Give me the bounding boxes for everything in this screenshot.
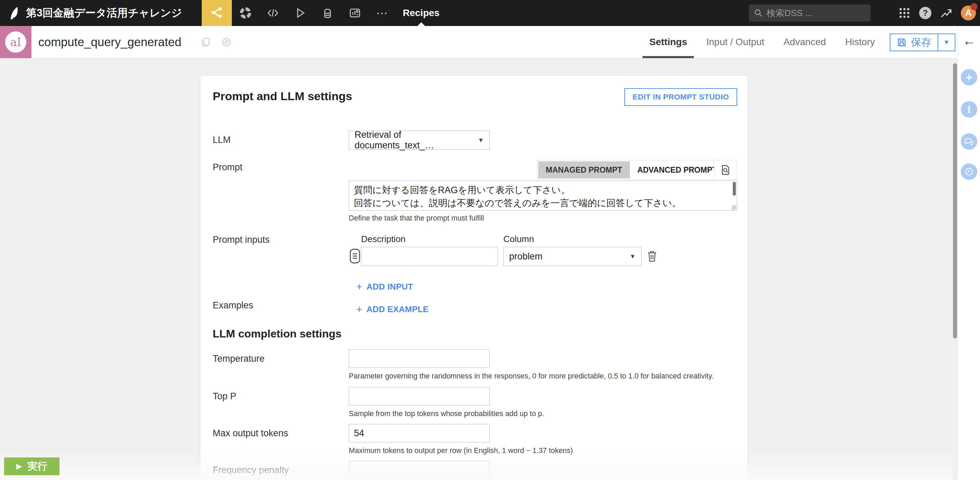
dashboard-icon[interactable]: [341, 0, 369, 26]
top-nav-icons: ⋯: [232, 0, 396, 26]
recipe-tabs: Settings Input / Output Advanced History: [649, 26, 875, 58]
temperature-helper: Parameter governing the randomness in th…: [349, 372, 714, 380]
copy-icon[interactable]: [200, 37, 211, 48]
max-tokens-input[interactable]: [349, 424, 490, 442]
more-icon[interactable]: ⋯: [369, 0, 396, 26]
recipe-name: compute_query_generated: [38, 26, 181, 58]
chevron-down-icon: ▼: [478, 137, 484, 144]
app-root: 第3回金融データ活用チャレンジ: [0, 0, 980, 480]
completion-settings-title: LLM completion settings: [213, 327, 342, 340]
prompt-textarea[interactable]: [349, 181, 737, 211]
flow-nav-tile[interactable]: [202, 0, 232, 26]
llm-select[interactable]: Retrieval of documents_text_… ▼: [349, 130, 490, 150]
tab-advanced[interactable]: Advanced: [783, 26, 826, 58]
tab-settings[interactable]: Settings: [649, 26, 687, 58]
prompt-helper-text: Define the task that the prompt must ful…: [349, 214, 484, 223]
plus-icon: +: [356, 281, 363, 292]
code-icon[interactable]: [259, 0, 286, 26]
column-select-value: problem: [509, 251, 542, 262]
rail-discussions-icon[interactable]: [961, 134, 977, 150]
active-page-arrow: [417, 22, 425, 26]
search-input[interactable]: [767, 8, 866, 19]
textarea-resize-handle[interactable]: [732, 205, 736, 210]
frequency-penalty-input[interactable]: [349, 461, 490, 479]
top-navbar: 第3回金融データ活用チャレンジ: [0, 0, 980, 26]
top-p-helper: Sample from the top tokens whose probabi…: [349, 410, 544, 418]
prompt-input-description-field[interactable]: [361, 247, 498, 266]
prompt-settings-card: Prompt and LLM settings EDIT IN PROMPT S…: [200, 76, 748, 480]
prompt-input-column-select[interactable]: problem ▼: [503, 247, 641, 266]
textarea-scrollbar-thumb[interactable]: [733, 182, 736, 195]
prompt-preview-icon-button[interactable]: [714, 160, 737, 180]
prompt-label: Prompt: [213, 162, 242, 173]
tab-history[interactable]: History: [845, 26, 875, 58]
topbar-right-cluster: ? A: [898, 0, 976, 26]
input-description-icon: [350, 248, 360, 265]
rail-timeline-icon[interactable]: [961, 164, 977, 180]
add-input-button[interactable]: + ADD INPUT: [356, 281, 413, 292]
edit-in-prompt-studio-button[interactable]: EDIT IN PROMPT STUDIO: [624, 88, 737, 106]
top-p-label: Top P: [213, 391, 236, 402]
chevron-down-icon: ▼: [630, 253, 636, 260]
save-split-button: 保存 ▼: [890, 33, 955, 51]
run-button[interactable]: ▶ 実行: [4, 458, 59, 475]
search-icon: [754, 8, 763, 18]
frequency-penalty-label: Frequency penalty: [213, 465, 289, 475]
collapse-panel-arrow-icon[interactable]: ←: [958, 33, 980, 48]
settings-content: Prompt and LLM settings EDIT IN PROMPT S…: [0, 59, 953, 480]
rail-add-icon[interactable]: +: [961, 69, 977, 86]
temperature-label: Temperature: [213, 353, 265, 364]
save-dropdown-caret[interactable]: ▼: [938, 34, 955, 51]
lab-donut-icon[interactable]: [232, 0, 259, 26]
document-search-icon: [719, 164, 731, 176]
apps-grid-icon[interactable]: [898, 6, 911, 19]
advanced-prompt-button[interactable]: ADVANCED PROMPT: [630, 161, 725, 178]
flow-icon: [211, 6, 223, 20]
llm-select-value: Retrieval of documents_text_…: [355, 130, 474, 151]
plus-icon: +: [356, 304, 363, 315]
project-title[interactable]: 第3回金融データ活用チャレンジ: [26, 0, 182, 26]
global-search: [749, 5, 870, 22]
rail-info-icon[interactable]: i: [961, 101, 977, 118]
tab-input-output[interactable]: Input / Output: [706, 26, 764, 58]
managed-prompt-button[interactable]: MANAGED PROMPT: [538, 161, 630, 178]
examples-label: Examples: [213, 300, 253, 311]
play-icon: ▶: [16, 462, 22, 471]
floppy-icon: [897, 37, 907, 48]
page-scrollbar-thumb[interactable]: [953, 63, 957, 339]
notebook-icon[interactable]: [314, 0, 341, 26]
column-header: Column: [503, 234, 534, 245]
prompt-mode-toggle: MANAGED PROMPT ADVANCED PROMPT: [537, 160, 726, 180]
max-tokens-label: Max output tokens: [213, 428, 288, 439]
help-icon[interactable]: ?: [919, 7, 931, 19]
trash-icon: [647, 250, 657, 262]
delete-input-button[interactable]: [647, 250, 657, 262]
notification-dot: [970, 3, 978, 10]
right-rail: ← + i: [958, 26, 980, 480]
temperature-input[interactable]: [349, 350, 490, 368]
llm-recipe-icon: aI: [0, 26, 32, 58]
save-button[interactable]: 保存: [891, 34, 938, 51]
trend-arrow-icon[interactable]: [940, 6, 953, 19]
top-p-input[interactable]: [349, 387, 490, 405]
jobs-play-icon[interactable]: [286, 0, 314, 26]
description-header: Description: [361, 234, 406, 245]
compass-gauge-icon[interactable]: [221, 37, 232, 48]
breadcrumb-recipes[interactable]: Recipes: [397, 0, 445, 26]
page-scrollbar: [953, 59, 958, 480]
recipe-action-bar: aI compute_query_generated Settings Inpu…: [0, 26, 958, 59]
max-tokens-helper: Maximum tokens to output per row (in Eng…: [349, 447, 573, 455]
dataiku-logo-icon[interactable]: [7, 5, 22, 21]
llm-label: LLM: [213, 135, 231, 145]
user-avatar[interactable]: A: [961, 5, 976, 21]
prompt-textarea-wrap: [349, 181, 737, 211]
prompt-inputs-label: Prompt inputs: [213, 235, 270, 245]
panel-title: Prompt and LLM settings: [213, 90, 352, 103]
add-example-button[interactable]: + ADD EXAMPLE: [356, 304, 428, 315]
